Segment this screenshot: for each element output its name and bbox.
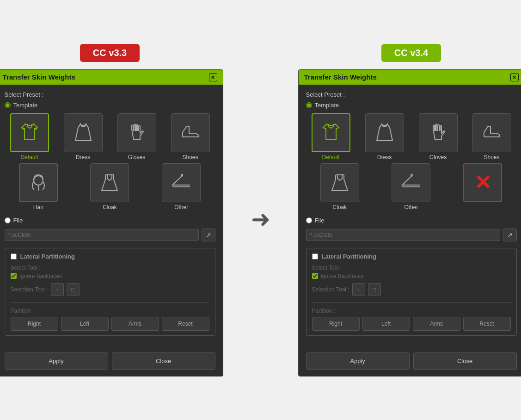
- icon-cell-gloves-right: Gloves: [413, 113, 463, 161]
- version-badge-left: CC v3.3: [80, 44, 140, 62]
- icon-box-default-right[interactable]: [312, 113, 350, 152]
- select-preset-label-right: Select Preset :: [306, 91, 517, 98]
- icon-box-redx-right[interactable]: ✕: [463, 163, 502, 202]
- file-radio-right[interactable]: [306, 217, 312, 223]
- apply-btn-left[interactable]: Apply: [5, 352, 108, 370]
- icon-box-default-left[interactable]: [10, 113, 49, 152]
- lateral-section-right: Lateral Partitioning Select Tool : Ignor…: [306, 248, 517, 336]
- select-tool-label-left: Select Tool :: [11, 265, 209, 271]
- icon-label-gloves-left: Gloves: [128, 154, 145, 161]
- template-label-right: Template: [315, 102, 339, 109]
- tool-btn-1-right[interactable]: ◦: [352, 283, 365, 296]
- selection-tool-label-right: Selection Tool :: [312, 286, 349, 293]
- dialog-right: Transfer Skin Weights × Select Preset : …: [298, 69, 521, 377]
- svg-point-0: [34, 176, 43, 185]
- arrow-icon: ➜: [251, 206, 270, 233]
- tool-btn-2-left[interactable]: □: [67, 283, 80, 296]
- icon-box-cloak-right[interactable]: [320, 163, 359, 202]
- icon-box-other-right[interactable]: [392, 163, 430, 202]
- template-radio-right[interactable]: [306, 102, 312, 108]
- separator-left: [11, 303, 209, 303]
- icon-cell-shoes-left: Shoes: [165, 113, 215, 161]
- lateral-label-left: Lateral Partitioning: [20, 253, 75, 260]
- icon-cell-hair-left: Hair: [5, 163, 73, 210]
- close-btn-left[interactable]: ×: [209, 73, 217, 81]
- right-panel: CC v3.4 Transfer Skin Weights × Select P…: [298, 44, 521, 377]
- file-input-right[interactable]: [306, 229, 500, 241]
- apply-btn-right[interactable]: Apply: [306, 352, 410, 370]
- file-radio-row-right: File: [306, 217, 517, 224]
- ignore-backfaces-cb-right[interactable]: [312, 273, 318, 279]
- close-dialog-btn-left[interactable]: Close: [112, 352, 215, 370]
- icon-label-default-right: Default: [322, 154, 339, 161]
- icon-cell-shoes-right: Shoes: [467, 113, 517, 161]
- select-tool-label-right: Select Tool :: [312, 265, 511, 271]
- title-bar-right: Transfer Skin Weights ×: [299, 70, 521, 85]
- selection-tool-label-left: Selection Tool :: [11, 286, 48, 293]
- tool-btn-2-right[interactable]: □: [368, 283, 381, 296]
- icon-box-shoes-left[interactable]: [171, 113, 210, 152]
- icon-cell-cloak-right: Cloak: [306, 163, 374, 210]
- icon-cell-other-left: Other: [147, 163, 215, 210]
- close-dialog-btn-right[interactable]: Close: [413, 352, 517, 370]
- icon-box-gloves-right[interactable]: [419, 113, 458, 152]
- lateral-checkbox-right[interactable]: [312, 253, 318, 259]
- lateral-section-left: Lateral Partitioning Select Tool : Ignor…: [5, 248, 215, 336]
- lateral-label-right: Lateral Partitioning: [322, 253, 376, 260]
- icon-label-hair-left: Hair: [33, 204, 43, 210]
- icon-box-dress-right[interactable]: [365, 113, 404, 152]
- file-radio-left[interactable]: [5, 217, 11, 223]
- icon-cell-gloves-left: Gloves: [112, 113, 162, 161]
- separator-right: [312, 303, 511, 303]
- ignore-backfaces-label-left: Ignore Backfaces: [19, 273, 62, 279]
- left-btn-left[interactable]: Left: [61, 317, 109, 331]
- left-btn-right[interactable]: Left: [362, 317, 410, 331]
- icon-box-dress-left[interactable]: [64, 113, 103, 152]
- file-label-right: File: [315, 217, 325, 224]
- tool-btn-1-left[interactable]: ◦: [51, 283, 64, 296]
- partition-label-left: Partition :: [11, 308, 209, 314]
- template-radio-left[interactable]: [5, 102, 11, 108]
- icon-box-shoes-right[interactable]: [472, 113, 511, 152]
- arrow-container: ➜: [251, 206, 270, 233]
- selection-tool-row-right: Selection Tool : ◦ □: [312, 283, 511, 296]
- ignore-backfaces-row-right: Ignore Backfaces: [312, 273, 511, 279]
- footer-left: Apply Close: [0, 348, 223, 376]
- file-browse-btn-left[interactable]: ↗: [202, 229, 215, 241]
- select-preset-label-left: Select Preset :: [5, 91, 215, 98]
- title-bar-left: Transfer Skin Weights ×: [0, 70, 223, 85]
- icon-box-other-left[interactable]: [162, 163, 201, 202]
- icon-box-hair-left[interactable]: [19, 163, 58, 202]
- icon-label-dress-right: Dress: [377, 154, 392, 161]
- icon-grid-row2-left: Hair Cloak: [5, 163, 215, 210]
- icon-label-other-right: Other: [404, 204, 418, 210]
- icon-cell-default-right: Default: [306, 113, 356, 161]
- file-row-left: ↗: [5, 229, 215, 241]
- reset-btn-right[interactable]: Reset: [463, 317, 511, 331]
- icon-grid-row1-right: Default Dress: [306, 113, 517, 161]
- close-btn-right[interactable]: ×: [510, 73, 519, 81]
- icon-grid-row2-right: Cloak Other ✕: [306, 163, 517, 210]
- partition-label-right: Partition :: [312, 308, 511, 314]
- icon-grid-row1-left: Default Dress: [5, 113, 215, 161]
- icon-box-cloak-left[interactable]: [90, 163, 129, 202]
- right-btn-right[interactable]: Right: [312, 317, 360, 331]
- arms-btn-right[interactable]: Arms: [413, 317, 460, 331]
- file-browse-btn-right[interactable]: ↗: [503, 229, 517, 241]
- red-x-icon: ✕: [474, 173, 491, 193]
- file-input-left[interactable]: [5, 229, 199, 241]
- file-radio-row-left: File: [5, 217, 215, 224]
- arms-btn-left[interactable]: Arms: [111, 317, 159, 331]
- selection-tool-row-left: Selection Tool : ◦ □: [11, 283, 209, 296]
- ignore-backfaces-cb-left[interactable]: [11, 273, 17, 279]
- icon-label-gloves-right: Gloves: [429, 154, 447, 161]
- partition-btns-left: Right Left Arms Reset: [11, 317, 209, 331]
- reset-btn-left[interactable]: Reset: [162, 317, 209, 331]
- lateral-checkbox-left[interactable]: [11, 253, 17, 259]
- icon-cell-cloak-left: Cloak: [76, 163, 144, 210]
- file-label-left: File: [13, 217, 23, 224]
- icon-box-gloves-left[interactable]: [117, 113, 156, 152]
- icon-label-cloak-right: Cloak: [332, 204, 347, 210]
- right-btn-left[interactable]: Right: [11, 317, 58, 331]
- template-radio-row-left: Template: [5, 102, 215, 109]
